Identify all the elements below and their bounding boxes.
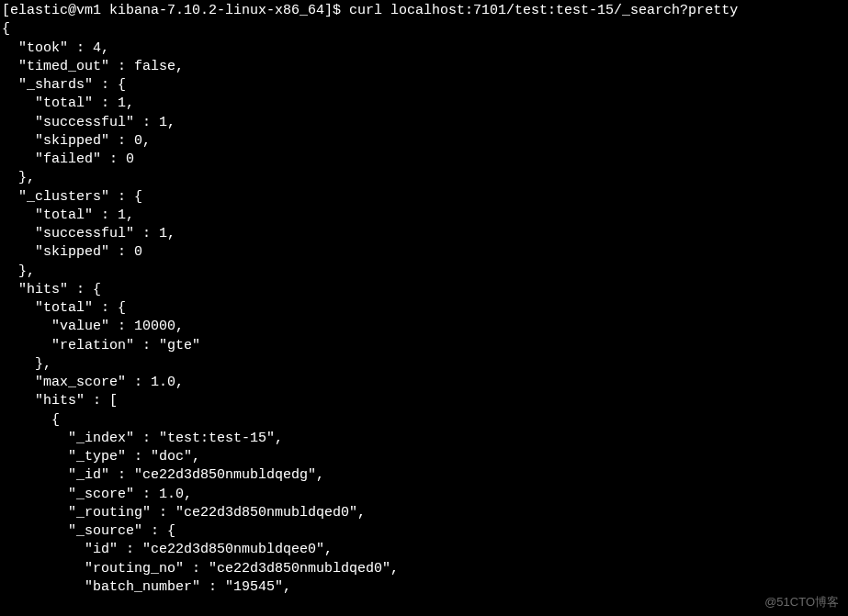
output-line: "max_score" : 1.0, (2, 375, 184, 390)
output-line: "_type" : "doc", (2, 449, 200, 465)
output-line: { (2, 21, 10, 37)
output-line: "_id" : "ce22d3d850nmubldqedg", (2, 467, 324, 483)
output-line: "value" : 10000, (2, 319, 184, 334)
output-line: }, (2, 170, 35, 185)
output-line: "total" : 1, (2, 207, 134, 223)
output-line: "skipped" : 0 (2, 244, 142, 260)
output-line: "id" : "ce22d3d850nmubldqee0", (2, 542, 333, 557)
output-line: "total" : { (2, 300, 126, 316)
output-line: "skipped" : 0, (2, 133, 151, 149)
output-line: "relation" : "gte" (2, 338, 200, 353)
watermark-text: @51CTO博客 (764, 594, 839, 610)
output-line: "hits" : { (2, 282, 101, 297)
output-line: "took" : 4, (2, 40, 109, 56)
output-line: "_routing" : "ce22d3d850nmubldqed0", (2, 505, 366, 521)
output-line: "hits" : [ (2, 393, 118, 409)
output-line: "successful" : 1, (2, 115, 175, 130)
output-line: "batch_number" : "19545", (2, 579, 291, 595)
output-line: "_clusters" : { (2, 189, 142, 205)
output-line: "total" : 1, (2, 95, 134, 111)
output-line: "successful" : 1, (2, 226, 175, 241)
output-line: "_score" : 1.0, (2, 487, 192, 502)
output-line: "failed" : 0 (2, 151, 134, 167)
output-line: "_shards" : { (2, 77, 126, 93)
shell-prompt: [elastic@vm1 kibana-7.10.2-linux-x86_64]… (2, 3, 349, 18)
output-line: "routing_no" : "ce22d3d850nmubldqed0", (2, 561, 399, 577)
output-line: "_source" : { (2, 523, 175, 539)
output-line: }, (2, 263, 35, 279)
output-line: "_index" : "test:test-15", (2, 431, 283, 446)
output-line: "timed_out" : false, (2, 59, 184, 74)
output-line: { (2, 412, 60, 428)
output-line: }, (2, 356, 51, 372)
shell-command: curl localhost:7101/test:test-15/_search… (349, 3, 738, 18)
terminal-output[interactable]: [elastic@vm1 kibana-7.10.2-linux-x86_64]… (0, 0, 848, 597)
